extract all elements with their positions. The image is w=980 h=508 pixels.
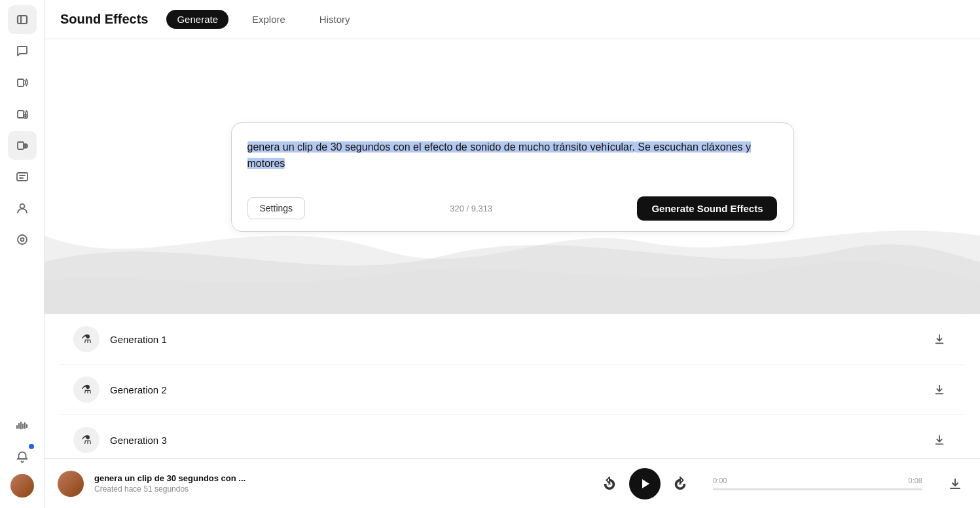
voice-button[interactable] <box>8 100 37 128</box>
player-info: genera un clip de 30 segundos con ... Cr… <box>94 473 587 494</box>
svg-text:10: 10 <box>678 482 682 485</box>
svg-point-8 <box>20 204 24 209</box>
generation-1-icon: ⚗ <box>73 326 100 352</box>
svg-rect-2 <box>18 79 24 86</box>
avatar-button[interactable] <box>8 194 37 223</box>
chat-button[interactable] <box>8 37 37 65</box>
user-avatar[interactable] <box>10 474 34 498</box>
rewind-button[interactable]: 10 <box>598 472 621 496</box>
collapse-sidebar-button[interactable] <box>8 5 37 34</box>
player-title: genera un clip de 30 segundos con ... <box>94 473 587 483</box>
generations-list: ⚗ Generation 1 ⚗ Generation 2 ⚗ <box>60 314 964 458</box>
page-title: Sound Effects <box>60 12 148 27</box>
generation-item-3[interactable]: ⚗ Generation 3 <box>60 415 964 458</box>
svg-marker-21 <box>642 479 649 488</box>
tab-generate[interactable]: Generate <box>166 10 228 29</box>
generation-1-label: Generation 1 <box>110 334 928 345</box>
waveform-button[interactable] <box>8 411 37 440</box>
svg-point-10 <box>20 238 24 242</box>
download-generation-2-button[interactable] <box>928 378 951 401</box>
notification-dot <box>29 444 34 449</box>
main-content: Sound Effects Generate Explore History g… <box>45 0 980 508</box>
bottom-player: genera un clip de 30 segundos con ... Cr… <box>45 458 980 508</box>
svg-rect-7 <box>17 173 27 181</box>
dubbing-button[interactable] <box>8 162 37 191</box>
player-controls: 10 10 <box>598 468 692 499</box>
player-download-button[interactable] <box>943 472 967 496</box>
sfx-button[interactable] <box>8 131 37 160</box>
svg-rect-0 <box>18 16 27 24</box>
generation-3-label: Generation 3 <box>110 435 928 446</box>
time-end: 0:08 <box>909 477 922 484</box>
generation-item-1[interactable]: ⚗ Generation 1 <box>60 314 964 365</box>
wave-background: genera un clip de 30 segundos con el efe… <box>45 39 980 314</box>
tts-button[interactable] <box>8 68 37 97</box>
generation-3-icon: ⚗ <box>73 427 100 453</box>
generation-2-icon: ⚗ <box>73 376 100 403</box>
time-start: 0:00 <box>713 477 727 484</box>
svg-rect-5 <box>18 142 24 149</box>
svg-rect-3 <box>18 111 24 118</box>
svg-text:10: 10 <box>608 482 611 485</box>
prompt-selected-text: genera un clip de 30 segundos con el efe… <box>247 141 635 153</box>
tab-explore[interactable]: Explore <box>242 10 296 29</box>
progress-area: 0:00 0:08 <box>713 477 922 490</box>
svg-point-9 <box>18 235 27 244</box>
player-avatar <box>58 471 84 497</box>
time-labels: 0:00 0:08 <box>713 477 922 484</box>
play-button[interactable] <box>629 468 661 499</box>
sidebar <box>0 0 45 508</box>
settings-button[interactable]: Settings <box>247 197 306 219</box>
prompt-actions: Settings 320 / 9,313 Generate Sound Effe… <box>247 196 778 221</box>
forward-button[interactable]: 10 <box>668 472 692 496</box>
char-count: 320 / 9,313 <box>450 204 492 213</box>
generate-sound-effects-button[interactable]: Generate Sound Effects <box>637 196 777 221</box>
download-generation-1-button[interactable] <box>928 327 951 351</box>
progress-bar[interactable] <box>713 488 922 490</box>
content-area: genera un clip de 30 segundos con el efe… <box>45 39 980 458</box>
header: Sound Effects Generate Explore History <box>45 0 980 39</box>
projects-button[interactable] <box>8 225 37 254</box>
generation-item-2[interactable]: ⚗ Generation 2 <box>60 365 964 415</box>
download-generation-3-button[interactable] <box>928 428 951 452</box>
player-subtitle: Created hace 51 segundos <box>94 484 587 494</box>
prompt-text[interactable]: genera un clip de 30 segundos con el efe… <box>247 139 778 186</box>
tab-history[interactable]: History <box>309 10 361 29</box>
prompt-card: genera un clip de 30 segundos con el efe… <box>231 122 794 232</box>
generation-2-label: Generation 2 <box>110 384 928 395</box>
